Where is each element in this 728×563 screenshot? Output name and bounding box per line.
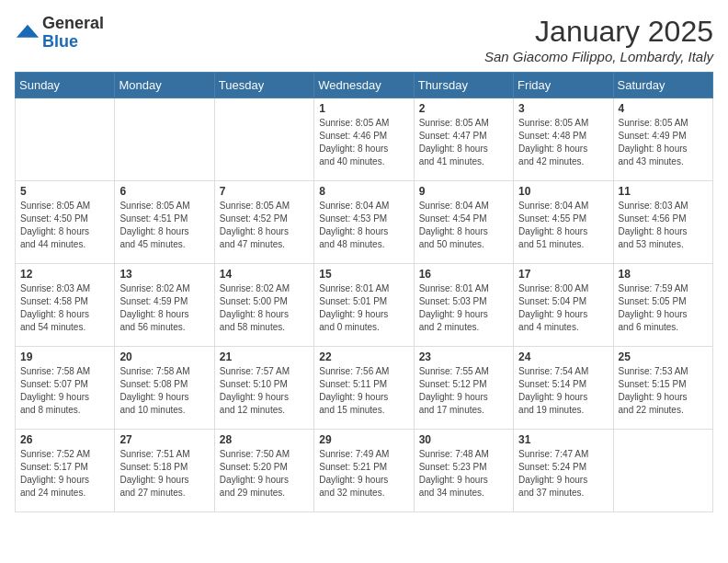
day-number: 21 bbox=[220, 350, 309, 363]
day-header-thursday: Thursday bbox=[414, 73, 513, 98]
week-row-1: 1Sunrise: 8:05 AM Sunset: 4:46 PM Daylig… bbox=[16, 98, 713, 181]
day-number: 8 bbox=[319, 185, 408, 198]
day-info: Sunrise: 8:05 AM Sunset: 4:46 PM Dayligh… bbox=[319, 117, 408, 168]
day-cell-8: 8Sunrise: 8:04 AM Sunset: 4:53 PM Daylig… bbox=[314, 181, 414, 264]
day-header-tuesday: Tuesday bbox=[214, 73, 313, 98]
day-info: Sunrise: 8:01 AM Sunset: 5:03 PM Dayligh… bbox=[419, 282, 508, 334]
day-info: Sunrise: 7:47 AM Sunset: 5:24 PM Dayligh… bbox=[518, 448, 608, 500]
day-number: 10 bbox=[518, 185, 608, 198]
day-number: 7 bbox=[220, 185, 309, 198]
empty-cell bbox=[613, 430, 712, 512]
day-cell-15: 15Sunrise: 8:01 AM Sunset: 5:01 PM Dayli… bbox=[314, 264, 414, 347]
day-number: 12 bbox=[20, 268, 109, 281]
month-title: January 2025 bbox=[484, 15, 713, 49]
day-cell-24: 24Sunrise: 7:54 AM Sunset: 5:14 PM Dayli… bbox=[514, 347, 613, 430]
day-cell-27: 27Sunrise: 7:51 AM Sunset: 5:18 PM Dayli… bbox=[115, 430, 214, 512]
day-cell-9: 9Sunrise: 8:04 AM Sunset: 4:54 PM Daylig… bbox=[414, 181, 513, 264]
day-info: Sunrise: 8:04 AM Sunset: 4:54 PM Dayligh… bbox=[419, 200, 508, 251]
day-header-sunday: Sunday bbox=[16, 73, 115, 98]
day-number: 6 bbox=[119, 185, 209, 198]
day-number: 29 bbox=[319, 433, 408, 446]
day-cell-19: 19Sunrise: 7:58 AM Sunset: 5:07 PM Dayli… bbox=[16, 347, 115, 430]
day-info: Sunrise: 8:04 AM Sunset: 4:55 PM Dayligh… bbox=[518, 200, 608, 251]
day-info: Sunrise: 7:55 AM Sunset: 5:12 PM Dayligh… bbox=[419, 365, 508, 417]
day-info: Sunrise: 8:00 AM Sunset: 5:04 PM Dayligh… bbox=[518, 282, 608, 334]
empty-cell bbox=[115, 98, 214, 181]
day-cell-14: 14Sunrise: 8:02 AM Sunset: 5:00 PM Dayli… bbox=[214, 264, 313, 347]
day-cell-3: 3Sunrise: 8:05 AM Sunset: 4:48 PM Daylig… bbox=[514, 98, 613, 181]
week-row-5: 26Sunrise: 7:52 AM Sunset: 5:17 PM Dayli… bbox=[16, 430, 713, 512]
calendar-table: SundayMondayTuesdayWednesdayThursdayFrid… bbox=[15, 72, 713, 512]
day-header-wednesday: Wednesday bbox=[314, 73, 414, 98]
day-info: Sunrise: 7:58 AM Sunset: 5:08 PM Dayligh… bbox=[119, 365, 209, 417]
day-number: 15 bbox=[319, 268, 408, 281]
day-cell-1: 1Sunrise: 8:05 AM Sunset: 4:46 PM Daylig… bbox=[314, 98, 414, 181]
day-info: Sunrise: 7:52 AM Sunset: 5:17 PM Dayligh… bbox=[20, 448, 109, 500]
day-number: 5 bbox=[20, 185, 109, 198]
day-cell-23: 23Sunrise: 7:55 AM Sunset: 5:12 PM Dayli… bbox=[414, 347, 513, 430]
day-number: 18 bbox=[619, 268, 708, 281]
day-info: Sunrise: 7:49 AM Sunset: 5:21 PM Dayligh… bbox=[319, 448, 408, 500]
day-number: 23 bbox=[419, 350, 508, 363]
day-cell-17: 17Sunrise: 8:00 AM Sunset: 5:04 PM Dayli… bbox=[514, 264, 613, 347]
day-number: 17 bbox=[518, 268, 608, 281]
empty-cell bbox=[16, 98, 115, 181]
day-number: 2 bbox=[419, 102, 508, 115]
day-info: Sunrise: 7:57 AM Sunset: 5:10 PM Dayligh… bbox=[220, 365, 309, 417]
day-cell-18: 18Sunrise: 7:59 AM Sunset: 5:05 PM Dayli… bbox=[613, 264, 712, 347]
page-header: General Blue January 2025 San Giacomo Fi… bbox=[15, 15, 713, 64]
day-info: Sunrise: 8:01 AM Sunset: 5:01 PM Dayligh… bbox=[319, 282, 408, 334]
day-cell-29: 29Sunrise: 7:49 AM Sunset: 5:21 PM Dayli… bbox=[314, 430, 414, 512]
day-info: Sunrise: 8:05 AM Sunset: 4:52 PM Dayligh… bbox=[220, 200, 309, 251]
header-row: SundayMondayTuesdayWednesdayThursdayFrid… bbox=[16, 73, 713, 98]
day-number: 27 bbox=[119, 433, 209, 446]
day-header-friday: Friday bbox=[514, 73, 613, 98]
day-number: 13 bbox=[119, 268, 209, 281]
day-cell-13: 13Sunrise: 8:02 AM Sunset: 4:59 PM Dayli… bbox=[115, 264, 214, 347]
day-number: 11 bbox=[619, 185, 708, 198]
day-cell-11: 11Sunrise: 8:03 AM Sunset: 4:56 PM Dayli… bbox=[613, 181, 712, 264]
day-info: Sunrise: 7:53 AM Sunset: 5:15 PM Dayligh… bbox=[619, 365, 708, 417]
day-number: 1 bbox=[319, 102, 408, 115]
day-header-saturday: Saturday bbox=[613, 73, 712, 98]
day-number: 20 bbox=[119, 350, 209, 363]
logo: General Blue bbox=[15, 15, 104, 52]
day-number: 3 bbox=[518, 102, 608, 115]
day-cell-26: 26Sunrise: 7:52 AM Sunset: 5:17 PM Dayli… bbox=[16, 430, 115, 512]
logo-icon bbox=[15, 20, 40, 46]
day-number: 4 bbox=[619, 102, 708, 115]
day-info: Sunrise: 7:51 AM Sunset: 5:18 PM Dayligh… bbox=[119, 448, 209, 500]
day-cell-5: 5Sunrise: 8:05 AM Sunset: 4:50 PM Daylig… bbox=[16, 181, 115, 264]
day-info: Sunrise: 8:05 AM Sunset: 4:48 PM Dayligh… bbox=[518, 117, 608, 168]
day-header-monday: Monday bbox=[115, 73, 214, 98]
svg-marker-0 bbox=[17, 24, 39, 37]
day-cell-20: 20Sunrise: 7:58 AM Sunset: 5:08 PM Dayli… bbox=[115, 347, 214, 430]
day-info: Sunrise: 8:02 AM Sunset: 4:59 PM Dayligh… bbox=[119, 282, 209, 334]
day-cell-7: 7Sunrise: 8:05 AM Sunset: 4:52 PM Daylig… bbox=[214, 181, 313, 264]
day-number: 30 bbox=[419, 433, 508, 446]
day-cell-16: 16Sunrise: 8:01 AM Sunset: 5:03 PM Dayli… bbox=[414, 264, 513, 347]
day-info: Sunrise: 8:05 AM Sunset: 4:50 PM Dayligh… bbox=[20, 200, 109, 251]
day-number: 9 bbox=[419, 185, 508, 198]
logo-blue: Blue bbox=[42, 33, 104, 52]
day-number: 19 bbox=[20, 350, 109, 363]
day-cell-10: 10Sunrise: 8:04 AM Sunset: 4:55 PM Dayli… bbox=[514, 181, 613, 264]
day-number: 16 bbox=[419, 268, 508, 281]
week-row-4: 19Sunrise: 7:58 AM Sunset: 5:07 PM Dayli… bbox=[16, 347, 713, 430]
day-cell-28: 28Sunrise: 7:50 AM Sunset: 5:20 PM Dayli… bbox=[214, 430, 313, 512]
day-info: Sunrise: 8:03 AM Sunset: 4:58 PM Dayligh… bbox=[20, 282, 109, 334]
day-number: 31 bbox=[518, 433, 608, 446]
empty-cell bbox=[214, 98, 313, 181]
day-cell-12: 12Sunrise: 8:03 AM Sunset: 4:58 PM Dayli… bbox=[16, 264, 115, 347]
logo-text: General Blue bbox=[42, 15, 104, 52]
day-cell-2: 2Sunrise: 8:05 AM Sunset: 4:47 PM Daylig… bbox=[414, 98, 513, 181]
week-row-3: 12Sunrise: 8:03 AM Sunset: 4:58 PM Dayli… bbox=[16, 264, 713, 347]
day-info: Sunrise: 8:03 AM Sunset: 4:56 PM Dayligh… bbox=[619, 200, 708, 251]
day-info: Sunrise: 8:05 AM Sunset: 4:47 PM Dayligh… bbox=[419, 117, 508, 168]
day-cell-31: 31Sunrise: 7:47 AM Sunset: 5:24 PM Dayli… bbox=[514, 430, 613, 512]
day-info: Sunrise: 8:02 AM Sunset: 5:00 PM Dayligh… bbox=[220, 282, 309, 334]
day-info: Sunrise: 7:56 AM Sunset: 5:11 PM Dayligh… bbox=[319, 365, 408, 417]
day-info: Sunrise: 7:50 AM Sunset: 5:20 PM Dayligh… bbox=[220, 448, 309, 500]
day-cell-30: 30Sunrise: 7:48 AM Sunset: 5:23 PM Dayli… bbox=[414, 430, 513, 512]
day-info: Sunrise: 7:54 AM Sunset: 5:14 PM Dayligh… bbox=[518, 365, 608, 417]
